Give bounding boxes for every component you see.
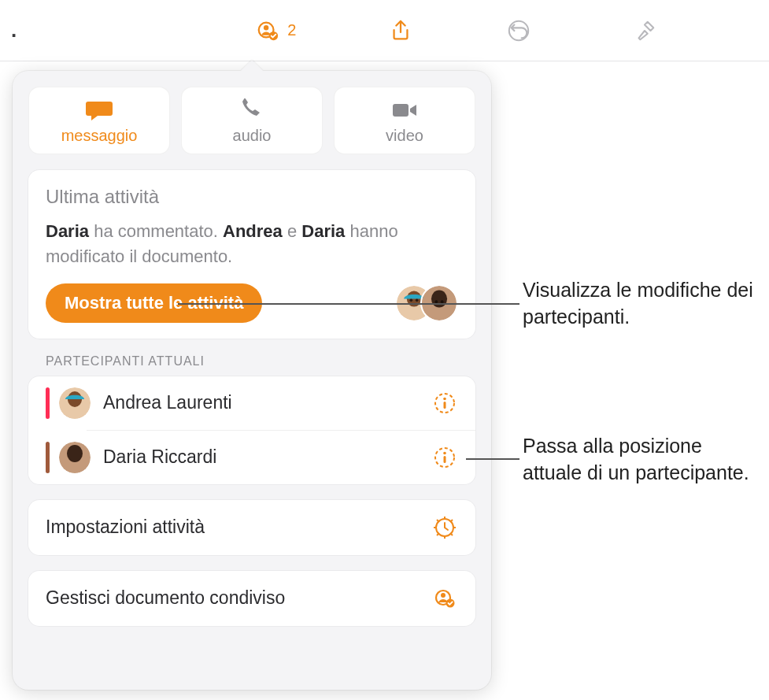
participants-list: Andrea Laurenti Daria Riccardi — [28, 376, 475, 484]
collaboration-icon — [431, 585, 458, 612]
svg-point-1 — [264, 25, 268, 30]
participant-info-button[interactable] — [431, 444, 458, 471]
svg-line-29 — [450, 533, 453, 535]
video-icon — [389, 97, 420, 124]
collaboration-count: 2 — [287, 21, 296, 39]
share-button[interactable] — [387, 17, 414, 44]
mode-video[interactable]: video — [334, 87, 475, 154]
svg-point-19 — [67, 445, 83, 462]
participant-name: Andrea Laurenti — [103, 392, 419, 413]
callout-text: Visualizza le modifiche dei partecipanti… — [523, 277, 759, 331]
collaboration-icon — [254, 17, 281, 44]
participant-name: Daria Riccardi — [103, 446, 419, 468]
avatar — [59, 442, 91, 473]
gear-icon — [431, 514, 458, 541]
svg-point-8 — [416, 298, 419, 302]
activity-settings-label: Impostazioni attività — [46, 517, 205, 538]
svg-point-7 — [410, 298, 413, 302]
mode-audio[interactable]: audio — [181, 87, 323, 154]
svg-point-16 — [443, 397, 446, 400]
mode-label: messaggio — [61, 127, 138, 145]
participant-row[interactable]: Daria Riccardi — [28, 431, 475, 484]
collaboration-button[interactable]: 2 — [254, 17, 296, 44]
svg-line-30 — [450, 520, 453, 522]
last-activity-summary: Daria ha commentato. Andrea e Daria hann… — [46, 219, 458, 269]
format-brush-button[interactable] — [631, 17, 658, 44]
last-activity-title: Ultima attività — [46, 186, 458, 208]
undo-button[interactable] — [505, 17, 532, 44]
communication-modes: messaggio audio video — [28, 87, 475, 154]
app-toolbar: . 2 — [0, 0, 769, 61]
svg-line-28 — [437, 520, 439, 522]
activity-settings-row[interactable]: Impostazioni attività — [28, 500, 475, 555]
mode-label: audio — [233, 127, 272, 145]
svg-line-31 — [437, 533, 439, 535]
participants-header: PARTECIPANTI ATTUALI — [46, 354, 475, 369]
mode-message[interactable]: messaggio — [28, 87, 170, 154]
participant-color — [46, 387, 50, 419]
phone-icon — [236, 97, 268, 124]
svg-rect-22 — [444, 456, 446, 463]
callout-leader — [178, 303, 519, 305]
last-activity-card: Ultima attività Daria ha commentato. And… — [28, 170, 475, 339]
mode-label: video — [386, 127, 423, 145]
svg-point-21 — [443, 451, 446, 454]
manage-shared-doc-label: Gestisci documento condiviso — [46, 587, 285, 609]
participant-row[interactable]: Andrea Laurenti — [28, 376, 475, 430]
callout-text: Passa alla posizione attuale di un parte… — [523, 433, 759, 487]
callout-leader — [466, 458, 519, 460]
svg-rect-17 — [444, 402, 446, 409]
manage-shared-doc-row[interactable]: Gestisci documento condiviso — [28, 571, 475, 626]
collaboration-popover: messaggio audio video Ultima attività Da… — [13, 71, 491, 690]
participant-info-button[interactable] — [431, 390, 458, 417]
toolbar-leading[interactable]: . — [11, 18, 23, 43]
svg-rect-4 — [393, 104, 409, 117]
participant-color — [46, 442, 50, 473]
svg-point-33 — [441, 593, 446, 598]
message-icon — [83, 97, 115, 124]
avatar — [59, 387, 91, 419]
